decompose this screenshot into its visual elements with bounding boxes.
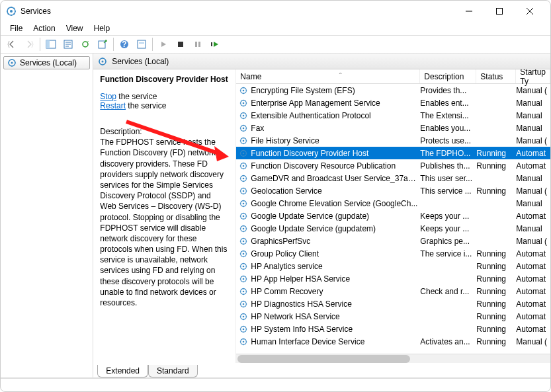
gear-icon	[239, 312, 248, 321]
service-name-cell: Function Discovery Resource Publication	[251, 161, 420, 171]
help-button[interactable]: ?	[116, 36, 132, 52]
services-app-icon	[6, 6, 17, 17]
service-row[interactable]: HP System Info HSA ServiceRunningAutomat	[236, 323, 550, 335]
gear-icon	[239, 274, 248, 284]
service-row[interactable]: HP Network HSA ServiceRunningAutomat	[236, 310, 550, 323]
minimize-button[interactable]	[454, 1, 484, 21]
status-bar	[1, 378, 550, 391]
svg-rect-9	[138, 40, 146, 48]
service-name-cell: HP System Info HSA Service	[251, 325, 420, 334]
service-row[interactable]: HP Comm RecoveryCheck and r...RunningAut…	[236, 285, 550, 297]
gear-icon	[239, 337, 248, 346]
svg-rect-4	[46, 40, 50, 48]
service-row[interactable]: Google Chrome Elevation Service (GoogleC…	[236, 197, 550, 210]
service-row[interactable]: Google Update Service (gupdatem)Keeps yo…	[236, 222, 550, 235]
svg-point-46	[243, 253, 245, 255]
tab-extended[interactable]: Extended	[97, 365, 148, 377]
service-name-cell: File History Service	[251, 136, 420, 145]
service-startup-cell: Automat	[516, 274, 550, 284]
service-startup-cell: Manual	[516, 111, 550, 120]
forward-button[interactable]	[21, 36, 37, 52]
service-desc-cell: Keeps your ...	[420, 224, 476, 233]
horizontal-scrollbar[interactable]	[236, 354, 550, 363]
service-row[interactable]: GameDVR and Broadcast User Service_37ab4…	[236, 172, 550, 184]
service-name-cell: Enterprise App Management Service	[251, 98, 420, 108]
service-row[interactable]: Google Update Service (gupdate)Keeps you…	[236, 210, 550, 222]
tree-node-services-local[interactable]: Services (Local)	[3, 56, 90, 69]
restart-service-button[interactable]	[207, 36, 223, 52]
gear-icon	[239, 136, 248, 145]
back-button[interactable]	[4, 36, 20, 52]
service-name-cell: Fax	[251, 124, 420, 133]
service-row[interactable]: HP App Helper HSA ServiceRunningAutomat	[236, 272, 550, 285]
column-header-name[interactable]: Name ˆ	[236, 69, 420, 83]
detail-panel: Function Discovery Provider Host Stop th…	[93, 69, 235, 363]
svg-point-58	[243, 328, 245, 330]
close-button[interactable]	[515, 1, 545, 21]
svg-point-38	[243, 202, 245, 204]
service-row[interactable]: GraphicsPerfSvcGraphics pe...Manual (	[236, 235, 550, 247]
column-header-startup[interactable]: Startup Ty	[516, 69, 550, 83]
service-row[interactable]: Geolocation ServiceThis service ...Runni…	[236, 184, 550, 197]
menu-help[interactable]: Help	[89, 22, 116, 34]
svg-point-42	[243, 227, 245, 229]
svg-point-26	[243, 127, 245, 129]
toolbar-icon[interactable]	[134, 36, 149, 52]
menu-file[interactable]: File	[5, 22, 28, 34]
svg-rect-11	[178, 42, 183, 47]
scrollbar-thumb[interactable]	[237, 355, 410, 363]
service-row[interactable]: Function Discovery Provider HostThe FDPH…	[236, 147, 550, 159]
restart-link[interactable]: Restart	[100, 101, 126, 110]
service-row[interactable]: File History ServiceProtects use...Manua…	[236, 134, 550, 147]
service-row[interactable]: Function Discovery Resource PublicationP…	[236, 159, 550, 172]
menu-view[interactable]: View	[61, 22, 89, 34]
column-header-status[interactable]: Status	[476, 69, 516, 83]
service-startup-cell: Manual	[516, 98, 550, 108]
service-row[interactable]: Human Interface Device ServiceActivates …	[236, 335, 550, 348]
service-row[interactable]: HP Analytics serviceRunningAutomat	[236, 260, 550, 272]
maximize-button[interactable]	[484, 1, 515, 21]
service-desc-cell: The service i...	[420, 249, 476, 258]
stop-service-button[interactable]	[173, 36, 189, 52]
pause-service-button[interactable]	[190, 36, 206, 52]
service-desc-cell: Enables ent...	[420, 98, 476, 108]
start-service-button[interactable]	[155, 36, 171, 52]
service-row[interactable]: Group Policy ClientThe service i...Runni…	[236, 247, 550, 260]
service-desc-cell: This service ...	[420, 186, 476, 196]
selected-service-name: Function Discovery Provider Host	[100, 75, 229, 84]
service-list: Name ˆ Description Status Startup Ty Enc…	[235, 69, 550, 363]
service-row[interactable]: FaxEnables you...Manual	[236, 122, 550, 134]
show-hide-tree-button[interactable]	[43, 36, 59, 52]
service-desc-cell: This user ser...	[420, 174, 476, 183]
service-startup-cell: Automat	[516, 212, 550, 221]
refresh-button[interactable]	[77, 36, 93, 52]
service-row[interactable]: HP Diagnostics HSA ServiceRunningAutomat	[236, 297, 550, 310]
svg-point-50	[243, 278, 245, 280]
service-name-cell: Extensible Authentication Protocol	[251, 111, 420, 120]
menu-action[interactable]: Action	[28, 22, 60, 34]
export-list-button[interactable]	[95, 36, 110, 52]
properties-button[interactable]	[60, 36, 76, 52]
service-startup-cell: Automat	[516, 262, 550, 271]
service-row[interactable]: Extensible Authentication ProtocolThe Ex…	[236, 109, 550, 122]
service-name-cell: Google Update Service (gupdate)	[251, 212, 420, 221]
service-row[interactable]: Enterprise App Management ServiceEnables…	[236, 97, 550, 109]
window-title: Services	[21, 7, 51, 16]
service-row[interactable]: Encrypting File System (EFS)Provides th.…	[236, 84, 550, 97]
gear-icon	[239, 98, 248, 108]
tab-standard[interactable]: Standard	[148, 365, 198, 377]
service-startup-cell: Manual (	[516, 136, 550, 145]
stop-link[interactable]: Stop	[100, 92, 116, 101]
service-desc-cell: Check and r...	[420, 287, 476, 296]
sort-indicator-icon: ˆ	[339, 72, 342, 81]
service-startup-cell: Manual	[516, 199, 550, 208]
service-status-cell: Running	[476, 262, 516, 271]
service-status-cell: Running	[476, 186, 516, 196]
gear-icon	[239, 174, 248, 183]
service-desc-cell: The FDPHO...	[420, 149, 476, 158]
svg-rect-14	[211, 42, 212, 46]
service-status-cell: Running	[476, 161, 516, 171]
gear-icon	[239, 124, 248, 133]
column-header-description[interactable]: Description	[420, 69, 476, 83]
service-name-cell: HP Analytics service	[251, 262, 420, 271]
